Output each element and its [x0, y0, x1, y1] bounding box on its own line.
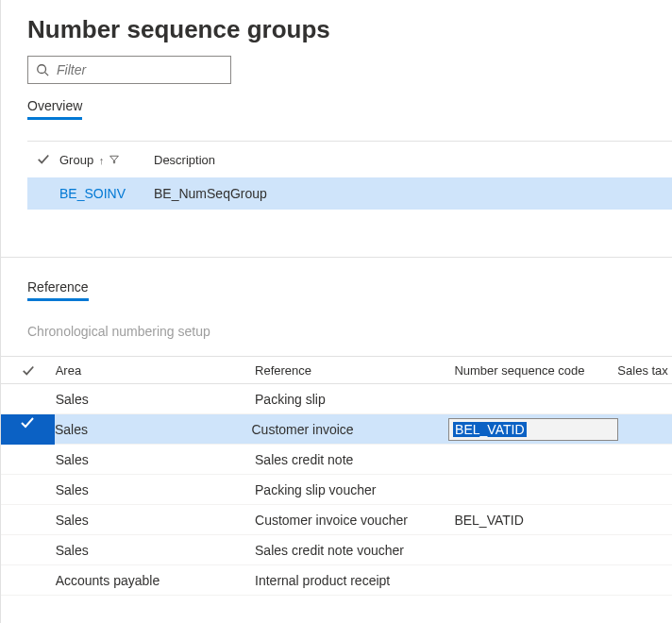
reference-grid: Area Reference Number sequence code Sale…: [1, 356, 672, 596]
filter-input[interactable]: [55, 61, 223, 78]
reference-subheading: Chronological numbering setup: [27, 324, 672, 339]
code-cell[interactable]: BEL_VATID: [448, 418, 618, 441]
col-header-group[interactable]: Group ↑: [59, 153, 154, 167]
reference-cell: Packing slip: [255, 392, 454, 407]
tab-reference[interactable]: Reference: [27, 279, 89, 301]
reference-row[interactable]: SalesCustomer invoice voucherBEL_VATID: [1, 505, 672, 535]
reference-row[interactable]: SalesSales credit note: [1, 445, 672, 475]
col-header-sales-tax[interactable]: Sales tax: [617, 363, 672, 378]
code-cell[interactable]: [454, 482, 617, 497]
col-header-description-label: Description: [154, 153, 215, 167]
tax-cell: [617, 482, 672, 497]
page-title: Number sequence groups: [27, 15, 672, 44]
row-check[interactable]: [1, 414, 55, 445]
overview-grid-header: Group ↑ Description: [27, 142, 672, 177]
col-header-code[interactable]: Number sequence code: [454, 363, 617, 378]
area-cell: Sales: [56, 513, 255, 528]
overview-grid: Group ↑ Description BE_SOINVBE_NumSeqGro…: [27, 141, 672, 210]
reference-row[interactable]: SalesCustomer invoiceBEL_VATID: [1, 414, 672, 445]
tax-cell: [617, 452, 672, 467]
area-cell: Sales: [55, 422, 252, 437]
select-all-overview[interactable]: [27, 152, 59, 168]
area-cell: Accounts payable: [56, 573, 255, 588]
area-cell: Sales: [56, 392, 255, 407]
code-cell[interactable]: [454, 573, 617, 588]
reference-cell: Customer invoice voucher: [255, 513, 454, 528]
reference-cell: Internal product receipt: [255, 573, 454, 588]
grid-divider: [1, 257, 672, 258]
tab-overview[interactable]: Overview: [27, 98, 82, 120]
reference-row[interactable]: SalesPacking slip voucher: [1, 475, 672, 505]
code-cell[interactable]: [454, 452, 617, 467]
select-all-reference[interactable]: [1, 363, 56, 377]
reference-row[interactable]: SalesSales credit note voucher: [1, 535, 672, 565]
col-header-reference[interactable]: Reference: [255, 363, 454, 378]
tax-cell: [617, 543, 672, 558]
svg-marker-2: [110, 156, 119, 163]
filter-box[interactable]: [27, 56, 231, 84]
tax-cell: [617, 392, 672, 407]
area-cell: Sales: [56, 543, 255, 558]
code-cell[interactable]: BEL_VATID: [454, 513, 617, 528]
tax-cell: [617, 513, 672, 528]
reference-grid-header: Area Reference Number sequence code Sale…: [1, 356, 672, 384]
area-cell: Sales: [56, 482, 255, 497]
reference-cell: Sales credit note: [255, 452, 454, 467]
group-description: BE_NumSeqGroup: [154, 186, 343, 201]
code-cell[interactable]: [454, 392, 617, 407]
page-root: Number sequence groups Overview Group ↑: [0, 0, 672, 623]
reference-cell: Packing slip voucher: [255, 482, 454, 497]
tax-cell: [618, 422, 672, 437]
svg-point-0: [38, 65, 46, 74]
filter-icon[interactable]: [109, 155, 119, 166]
tax-cell: [617, 573, 672, 588]
group-code[interactable]: BE_SOINV: [59, 186, 154, 201]
code-input[interactable]: BEL_VATID: [448, 418, 618, 441]
reference-row[interactable]: Accounts payableInternal product receipt: [1, 565, 672, 596]
overview-row[interactable]: BE_SOINVBE_NumSeqGroup: [27, 177, 672, 210]
reference-row[interactable]: SalesPacking slip: [1, 384, 672, 414]
reference-cell: Sales credit note voucher: [255, 543, 454, 558]
reference-cell: Customer invoice: [252, 422, 449, 437]
svg-line-1: [45, 73, 49, 76]
area-cell: Sales: [56, 452, 255, 467]
sort-asc-icon: ↑: [99, 155, 105, 166]
col-header-group-label: Group: [59, 153, 93, 167]
code-cell[interactable]: [454, 543, 617, 558]
col-header-area[interactable]: Area: [56, 363, 255, 378]
col-header-description[interactable]: Description: [154, 153, 343, 167]
search-icon: [36, 63, 49, 76]
